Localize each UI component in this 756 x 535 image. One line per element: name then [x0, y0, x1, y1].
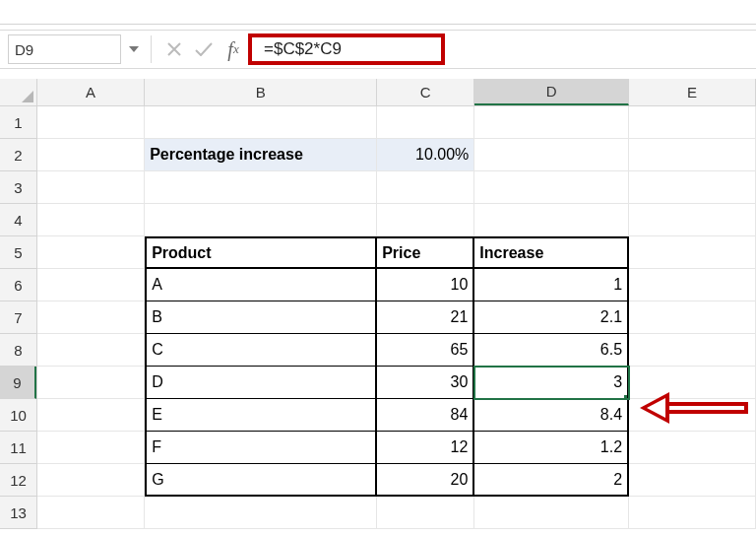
enter-icon[interactable]: [189, 34, 219, 64]
spreadsheet-grid: A B C D E 1 2 3 4 5 6 7 8 9 10 11 12 13 …: [0, 79, 756, 535]
cell[interactable]: [629, 139, 756, 171]
cell[interactable]: [629, 367, 756, 399]
header-increase[interactable]: Increase: [474, 236, 629, 269]
row-header-2[interactable]: 2: [0, 139, 36, 171]
row-header-7[interactable]: 7: [0, 301, 36, 334]
cell[interactable]: [629, 301, 756, 334]
cell[interactable]: [145, 204, 377, 236]
row-header-4[interactable]: 4: [0, 204, 36, 236]
name-box[interactable]: D9: [8, 34, 121, 64]
cell-percentage-label[interactable]: Percentage increase: [145, 139, 377, 171]
cell[interactable]: [474, 497, 629, 529]
cell[interactable]: [629, 464, 756, 497]
cell[interactable]: [377, 497, 474, 529]
row-header-10[interactable]: 10: [0, 399, 36, 432]
cell[interactable]: [629, 236, 756, 269]
cancel-icon[interactable]: [159, 34, 189, 64]
cell[interactable]: [37, 399, 145, 432]
col-header-e[interactable]: E: [629, 79, 756, 105]
cell[interactable]: [37, 497, 145, 529]
column-headers: A B C D E: [37, 79, 756, 106]
col-header-a[interactable]: A: [37, 79, 145, 105]
cell[interactable]: [629, 106, 756, 139]
cell[interactable]: [37, 334, 145, 367]
cell[interactable]: [37, 464, 145, 497]
table-cell[interactable]: 1: [474, 269, 629, 301]
cell[interactable]: [37, 269, 145, 301]
row-header-1[interactable]: 1: [0, 106, 36, 139]
row-header-12[interactable]: 12: [0, 464, 36, 497]
table-cell[interactable]: C: [145, 334, 377, 367]
table-cell[interactable]: E: [145, 399, 377, 432]
row-header-11[interactable]: 11: [0, 432, 36, 464]
cell[interactable]: [37, 171, 145, 204]
cell[interactable]: [37, 139, 145, 171]
cell[interactable]: [37, 236, 145, 269]
col-header-b[interactable]: B: [145, 79, 377, 105]
table-cell[interactable]: A: [145, 269, 377, 301]
cell[interactable]: [37, 367, 145, 399]
cell[interactable]: [629, 432, 756, 464]
table-cell[interactable]: 10: [377, 269, 474, 301]
formula-bar: D9 fx =$C$2*C9: [0, 30, 756, 69]
active-cell-d9[interactable]: 3: [474, 367, 629, 399]
cell[interactable]: [474, 106, 629, 139]
table-cell[interactable]: G: [145, 464, 377, 497]
cell[interactable]: [377, 171, 474, 204]
fx-icon[interactable]: fx: [219, 34, 248, 64]
select-all-corner[interactable]: [0, 79, 37, 106]
header-product[interactable]: Product: [145, 236, 377, 269]
cell[interactable]: [377, 106, 474, 139]
cell[interactable]: [629, 171, 756, 204]
row-header-3[interactable]: 3: [0, 171, 36, 204]
table-cell[interactable]: 20: [377, 464, 474, 497]
cell[interactable]: [377, 204, 474, 236]
table-cell[interactable]: 30: [377, 367, 474, 399]
cell[interactable]: [145, 106, 377, 139]
cell[interactable]: [629, 204, 756, 236]
cells-area: Percentage increase 10.00% Product Price…: [37, 106, 756, 535]
cell[interactable]: [37, 106, 145, 139]
row-header-13[interactable]: 13: [0, 497, 36, 529]
cell-percentage-value[interactable]: 10.00%: [377, 139, 474, 171]
cell[interactable]: [474, 139, 629, 171]
table-cell[interactable]: 6.5: [474, 334, 629, 367]
col-header-c[interactable]: C: [377, 79, 474, 105]
table-cell[interactable]: 12: [377, 432, 474, 464]
cell[interactable]: [37, 432, 145, 464]
table-cell[interactable]: 84: [377, 399, 474, 432]
cell[interactable]: [145, 171, 377, 204]
table-cell[interactable]: 2.1: [474, 301, 629, 334]
table-cell[interactable]: B: [145, 301, 377, 334]
name-box-dropdown[interactable]: [125, 34, 143, 64]
row-header-8[interactable]: 8: [0, 334, 36, 367]
cell-reference: D9: [15, 41, 33, 58]
cell[interactable]: [37, 204, 145, 236]
table-cell[interactable]: 21: [377, 301, 474, 334]
table-cell[interactable]: 65: [377, 334, 474, 367]
table-cell[interactable]: 8.4: [474, 399, 629, 432]
table-cell[interactable]: 1.2: [474, 432, 629, 464]
formula-input[interactable]: =$C$2*C9: [248, 33, 445, 65]
cell[interactable]: [629, 497, 756, 529]
cell[interactable]: [474, 204, 629, 236]
cell[interactable]: [145, 497, 377, 529]
row-header-6[interactable]: 6: [0, 269, 36, 301]
cell[interactable]: [37, 301, 145, 334]
col-header-d[interactable]: D: [474, 79, 629, 105]
formula-text: =$C$2*C9: [264, 39, 342, 59]
cell[interactable]: [629, 399, 756, 432]
cell[interactable]: [629, 334, 756, 367]
table-cell[interactable]: F: [145, 432, 377, 464]
table-cell[interactable]: D: [145, 367, 377, 399]
header-price[interactable]: Price: [377, 236, 474, 269]
table-cell[interactable]: 2: [474, 464, 629, 497]
cell[interactable]: [629, 269, 756, 301]
cell[interactable]: [474, 171, 629, 204]
row-header-5[interactable]: 5: [0, 236, 36, 269]
row-header-9[interactable]: 9: [0, 367, 36, 399]
row-headers: 1 2 3 4 5 6 7 8 9 10 11 12 13: [0, 106, 37, 529]
